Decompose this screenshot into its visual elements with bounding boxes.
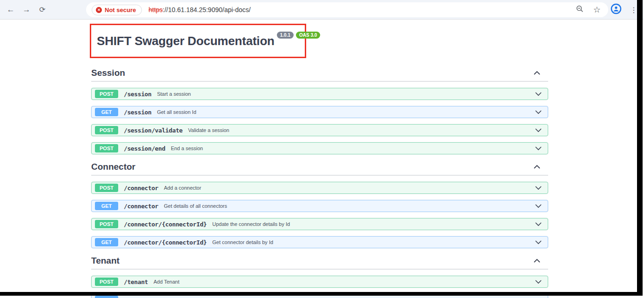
chevron-down-icon[interactable]	[535, 204, 542, 208]
method-badge: POST	[95, 220, 118, 228]
not-secure-label: Not secure	[105, 7, 136, 13]
endpoint-path: /tenant	[124, 297, 148, 298]
page-title: SHIFT Swagger Documentation	[97, 34, 275, 48]
method-badge: POST	[95, 184, 118, 192]
chevron-up-icon[interactable]	[533, 258, 541, 263]
section-title: Session	[91, 68, 125, 78]
endpoint-row[interactable]: POST /tenant Add Tenant	[91, 276, 548, 288]
endpoint-summary: Get all session Id	[157, 109, 196, 115]
endpoint-path: /session/validate	[124, 127, 182, 134]
endpoint-summary: End a session	[171, 146, 203, 151]
api-sections: Session POST /session Start a session GE…	[91, 68, 548, 298]
endpoint-path: /connector	[124, 203, 158, 210]
browser-menu-icon[interactable]: ⋮	[630, 6, 637, 14]
endpoint-row[interactable]: GET /session Get all session Id	[91, 106, 548, 118]
section-title: Connector	[91, 162, 135, 172]
endpoint-summary: Get details of all connectors	[164, 203, 227, 209]
endpoint-path: /connector	[124, 185, 158, 192]
annotation-rectangle: SHIFT Swagger Documentation 1.0.1 OAS 3.…	[90, 24, 306, 58]
endpoint-row[interactable]: POST /session Start a session	[91, 88, 548, 100]
endpoint-row[interactable]: GET /connector Get details of all connec…	[91, 200, 548, 212]
endpoint-path: /session/end	[124, 145, 165, 152]
browser-toolbar: ← → ⟳ ✕ Not secure https://10.61.184.25:…	[0, 0, 644, 20]
method-badge: GET	[95, 108, 118, 116]
endpoint-row[interactable]: GET /connector/{connectorId} Get connect…	[91, 236, 548, 248]
endpoint-summary: Validate a session	[188, 127, 229, 133]
endpoint-row[interactable]: POST /session/end End a session	[91, 142, 548, 154]
method-badge: GET	[95, 296, 118, 298]
chevron-down-icon[interactable]	[535, 240, 542, 245]
screenshot-border-right	[637, 0, 643, 296]
chevron-down-icon[interactable]	[535, 128, 542, 132]
chevron-down-icon[interactable]	[535, 185, 542, 190]
url-rest: ://10.61.184.25:9090/api-docs/	[163, 6, 251, 13]
endpoint-row[interactable]: POST /connector/{connectorId} Update the…	[91, 218, 548, 230]
endpoint-row[interactable]: POST /session/validate Validate a sessio…	[91, 124, 548, 136]
section-title: Tenant	[91, 256, 120, 266]
section-connector: Connector POST /connector Add a connecto…	[91, 162, 548, 248]
endpoint-summary: Get connector details by Id	[212, 239, 273, 245]
chevron-down-icon[interactable]	[535, 222, 542, 226]
bookmark-star-icon[interactable]: ☆	[593, 5, 601, 15]
method-badge: POST	[95, 144, 118, 152]
method-badge: POST	[95, 278, 118, 286]
endpoint-summary: Start a session	[157, 91, 191, 97]
endpoint-summary: Add Tenant	[154, 279, 179, 285]
endpoint-path: /tenant	[124, 278, 148, 285]
endpoint-path: /session	[124, 91, 151, 98]
endpoint-path: /session	[124, 109, 151, 116]
refresh-icon[interactable]: ⟳	[34, 5, 50, 14]
address-bar[interactable]: ✕ Not secure https://10.61.184.25:9090/a…	[86, 2, 608, 17]
section-header-tenant[interactable]: Tenant	[91, 256, 548, 270]
endpoint-path: /connector/{connectorId}	[124, 239, 207, 246]
endpoint-summary: Update the connector details by Id	[212, 221, 290, 227]
forward-icon[interactable]: →	[19, 5, 34, 14]
not-secure-icon: ✕	[96, 7, 102, 13]
chevron-down-icon[interactable]	[535, 92, 542, 96]
section-header-connector[interactable]: Connector	[91, 162, 548, 176]
section-header-session[interactable]: Session	[91, 68, 548, 82]
method-badge: POST	[95, 126, 118, 134]
method-badge: GET	[95, 202, 118, 210]
version-badge: 1.0.1	[277, 32, 294, 39]
zoom-out-icon[interactable]	[576, 5, 584, 15]
endpoint-path: /connector/{connectorId}	[124, 221, 207, 228]
screenshot-border-bottom	[0, 292, 643, 296]
chevron-down-icon[interactable]	[535, 279, 542, 284]
url-text[interactable]: https://10.61.184.25:9090/api-docs/	[148, 6, 251, 13]
profile-avatar-icon[interactable]	[610, 3, 622, 16]
chevron-up-icon[interactable]	[533, 71, 541, 75]
back-icon[interactable]: ←	[3, 5, 19, 14]
oas-badge: OAS 3.0	[296, 32, 320, 39]
chevron-down-icon[interactable]	[535, 110, 542, 114]
endpoint-row[interactable]: POST /connector Add a connector	[91, 182, 548, 194]
method-badge: GET	[95, 238, 118, 246]
chevron-down-icon[interactable]	[535, 146, 542, 151]
not-secure-chip[interactable]: ✕ Not secure	[92, 5, 142, 15]
method-badge: POST	[95, 90, 118, 98]
url-scheme: https	[148, 6, 162, 13]
section-session: Session POST /session Start a session GE…	[91, 68, 548, 154]
endpoint-summary: Add a connector	[164, 185, 201, 191]
chevron-up-icon[interactable]	[533, 165, 541, 169]
